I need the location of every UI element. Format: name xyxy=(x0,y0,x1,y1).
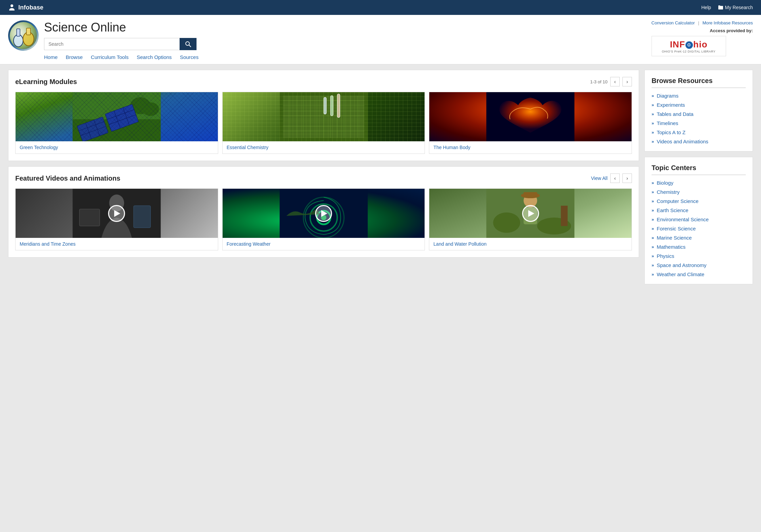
topic-environmental-science[interactable]: » Environmental Science xyxy=(652,217,746,222)
infohio-o-icon: O xyxy=(685,41,693,49)
chemistry-topic-link[interactable]: Chemistry xyxy=(657,189,680,195)
video-card-forecasting-weather[interactable]: Forecasting Weather xyxy=(222,188,425,250)
more-resources-link[interactable]: More Infobase Resources xyxy=(702,20,753,25)
elearning-title: eLearning Modules xyxy=(15,78,77,86)
mathematics-link[interactable]: Mathematics xyxy=(657,244,685,250)
chevron-icon: » xyxy=(652,272,654,277)
videos-next-button[interactable]: › xyxy=(622,173,632,183)
main-content: eLearning Modules 1-3 of 10 ‹ › xyxy=(0,64,761,290)
infobase-logo-icon xyxy=(8,4,16,11)
svg-line-16 xyxy=(86,123,91,139)
topic-computer-science[interactable]: » Computer Science xyxy=(652,198,746,204)
space-astronomy-link[interactable]: Space and Astronomy xyxy=(657,262,706,268)
video-card-land-water-pollution[interactable]: Land and Water Pollution xyxy=(429,188,632,250)
topic-forensic-science[interactable]: » Forensic Science xyxy=(652,226,746,231)
topics-a-to-z-link[interactable]: Topics A to Z xyxy=(657,129,685,135)
search-bar xyxy=(44,38,199,50)
elearning-card-human-body[interactable]: The Human Body xyxy=(429,92,632,154)
nav-sources[interactable]: Sources xyxy=(180,54,199,60)
meridians-image xyxy=(16,189,218,238)
marine-science-link[interactable]: Marine Science xyxy=(657,235,692,241)
weather-climate-link[interactable]: Weather and Climate xyxy=(657,271,704,277)
header-title-area: Science Online Home Browse Curriculum To… xyxy=(44,20,199,64)
browse-experiments[interactable]: » Experiments xyxy=(652,102,746,108)
search-button[interactable] xyxy=(180,38,197,50)
chevron-icon: » xyxy=(652,226,654,231)
topic-biology[interactable]: » Biology xyxy=(652,180,746,186)
elearning-prev-button[interactable]: ‹ xyxy=(610,77,620,86)
nav-browse[interactable]: Browse xyxy=(66,54,83,60)
nav-curriculum-tools[interactable]: Curriculum Tools xyxy=(91,54,128,60)
biology-link[interactable]: Biology xyxy=(657,180,673,186)
svg-rect-10 xyxy=(73,92,161,119)
elearning-panel-header: eLearning Modules 1-3 of 10 ‹ › xyxy=(15,77,632,86)
experiments-link[interactable]: Experiments xyxy=(657,102,685,108)
svg-line-19 xyxy=(107,109,134,119)
videos-prev-button[interactable]: ‹ xyxy=(610,173,620,183)
svg-line-21 xyxy=(114,111,120,128)
forensic-science-link[interactable]: Forensic Science xyxy=(657,226,696,231)
chevron-icon: » xyxy=(652,180,654,185)
page-title: Science Online xyxy=(44,20,199,35)
computer-science-link[interactable]: Computer Science xyxy=(657,198,698,204)
browse-timelines[interactable]: » Timelines xyxy=(652,120,746,126)
earth-science-link[interactable]: Earth Science xyxy=(657,207,688,213)
folder-icon xyxy=(718,5,723,10)
my-research-link[interactable]: My Research xyxy=(718,5,753,10)
logo-text: Infobase xyxy=(18,4,43,11)
chevron-icon: » xyxy=(652,130,654,135)
browse-tables-data[interactable]: » Tables and Data xyxy=(652,111,746,117)
meridians-play-button[interactable] xyxy=(108,205,125,222)
topic-centers-panel: Topic Centers » Biology » Chemistry » Co… xyxy=(644,157,753,284)
elearning-page-info: 1-3 of 10 xyxy=(590,79,608,84)
chevron-icon: » xyxy=(652,263,654,268)
infohio-sub-text: OHIO'S PreK-12 DIGITAL LIBRARY xyxy=(662,50,716,53)
svg-rect-13 xyxy=(77,117,108,141)
search-input[interactable] xyxy=(44,38,180,50)
topic-chemistry[interactable]: » Chemistry xyxy=(652,189,746,195)
header-right: Conversion Calculator | More Infobase Re… xyxy=(652,20,753,60)
video-card-meridians[interactable]: Meridians and Time Zones xyxy=(15,188,218,250)
timelines-link[interactable]: Timelines xyxy=(657,120,678,126)
elearning-card-essential-chemistry[interactable]: Essential Chemistry xyxy=(222,92,425,154)
topic-space-astronomy[interactable]: » Space and Astronomy xyxy=(652,262,746,268)
featured-videos-header: Featured Videos and Animations View All … xyxy=(15,173,632,183)
diagrams-link[interactable]: Diagrams xyxy=(657,93,678,99)
infohio-logo[interactable]: INFOhio OHIO'S PreK-12 DIGITAL LIBRARY xyxy=(652,36,726,56)
svg-rect-43 xyxy=(324,97,326,114)
pollution-play-button[interactable] xyxy=(522,205,539,222)
svg-point-11 xyxy=(130,97,150,114)
land-water-pollution-label: Land and Water Pollution xyxy=(429,238,632,250)
elearning-next-button[interactable]: › xyxy=(622,77,632,86)
videos-animations-link[interactable]: Videos and Animations xyxy=(657,139,708,144)
logo-circle-inner xyxy=(10,22,37,49)
top-bar: Infobase Help My Research xyxy=(0,0,761,15)
physics-link[interactable]: Physics xyxy=(657,253,674,259)
browse-diagrams[interactable]: » Diagrams xyxy=(652,93,746,99)
play-icon xyxy=(321,210,327,217)
svg-rect-44 xyxy=(330,96,333,116)
browse-topics-a-to-z[interactable]: » Topics A to Z xyxy=(652,129,746,135)
topic-marine-science[interactable]: » Marine Science xyxy=(652,235,746,241)
view-all-link[interactable]: View All xyxy=(591,176,608,181)
header: Science Online Home Browse Curriculum To… xyxy=(0,15,761,64)
environmental-science-link[interactable]: Environmental Science xyxy=(657,217,708,222)
elearning-card-green-technology[interactable]: Green Technology xyxy=(15,92,218,154)
topic-earth-science[interactable]: » Earth Science xyxy=(652,207,746,213)
conversion-calculator-link[interactable]: Conversion Calculator xyxy=(652,20,695,25)
nav-home[interactable]: Home xyxy=(44,54,58,60)
videos-header-right: View All ‹ › xyxy=(591,173,632,183)
topic-weather-climate[interactable]: » Weather and Climate xyxy=(652,271,746,277)
weather-play-button[interactable] xyxy=(315,205,332,222)
chevron-icon: » xyxy=(652,121,654,126)
help-link[interactable]: Help xyxy=(701,5,711,10)
tables-data-link[interactable]: Tables and Data xyxy=(657,111,693,117)
svg-rect-59 xyxy=(524,192,537,197)
topic-physics[interactable]: » Physics xyxy=(652,253,746,259)
topic-mathematics[interactable]: » Mathematics xyxy=(652,244,746,250)
browse-videos-animations[interactable]: » Videos and Animations xyxy=(652,139,746,144)
svg-rect-18 xyxy=(105,104,139,131)
nav-search-options[interactable]: Search Options xyxy=(137,54,171,60)
my-research-text[interactable]: My Research xyxy=(725,5,753,10)
svg-rect-3 xyxy=(17,29,20,36)
